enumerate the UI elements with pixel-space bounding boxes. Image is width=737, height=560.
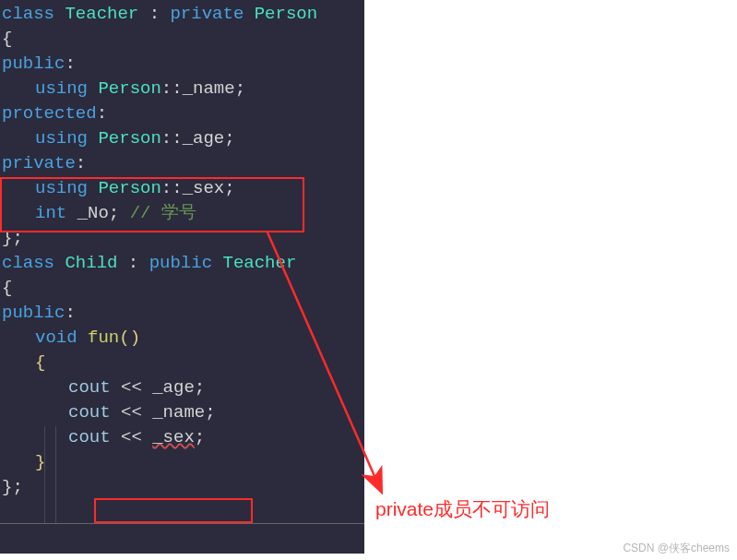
code-line: public: [0, 301, 364, 326]
indent-guide [44, 426, 45, 523]
code-line: cout << _age; [0, 375, 364, 400]
class-name: Person [255, 4, 317, 24]
code-line: private: [0, 151, 364, 176]
code-line: public: [0, 52, 364, 77]
function-name: fun [88, 328, 119, 348]
code-line: cout << _name; [0, 400, 364, 425]
indent-guide [55, 426, 56, 523]
highlight-box [94, 498, 253, 523]
code-line: { [0, 351, 364, 375]
keyword-protected: protected [2, 103, 97, 124]
code-line: using Person::_name; [0, 77, 364, 101]
watermark: CSDN @侠客cheems [623, 541, 730, 556]
highlight-box [0, 177, 304, 232]
keyword-private: private [170, 4, 244, 24]
current-line-indicator [0, 523, 364, 524]
keyword-private: private [2, 153, 76, 173]
code-line: class Child : public Teacher [0, 251, 364, 276]
keyword-public: public [2, 54, 65, 74]
code-editor: class Teacher : private Person { public:… [0, 0, 364, 554]
code-line: void fun() [0, 326, 364, 351]
annotation-text: private成员不可访问 [375, 496, 550, 522]
code-line: using Person::_age; [0, 126, 364, 151]
code-line: protected: [0, 101, 364, 126]
code-line: { [0, 27, 364, 52]
code-line: class Teacher : private Person [0, 2, 364, 27]
error-underline: _sex [152, 427, 195, 447]
code-line: { [0, 276, 364, 301]
keyword-class: class [2, 4, 54, 24]
class-name: Teacher [65, 4, 138, 24]
